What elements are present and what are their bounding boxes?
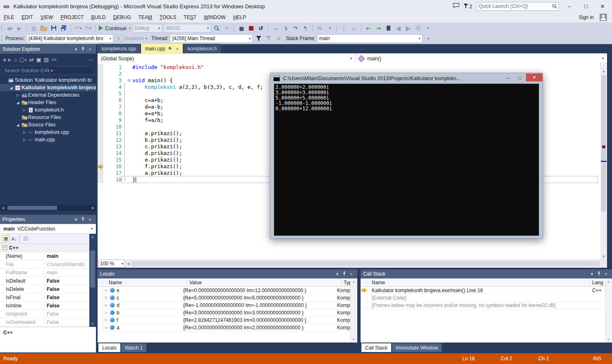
- menu-item-team[interactable]: TEAM: [134, 12, 155, 22]
- pending-changes-filter-icon[interactable]: ◯▾: [19, 57, 26, 62]
- breakpoint-margin[interactable]: [98, 170, 103, 176]
- home-icon[interactable]: ⌂: [14, 57, 17, 63]
- tree-item-solution-kalkulator-kompleksnih-br[interactable]: Solution 'Kalkulator kompleksnih br: [0, 76, 96, 84]
- toggle-bookmark-button[interactable]: [384, 24, 392, 32]
- expand-icon[interactable]: ▷: [103, 296, 109, 300]
- solution-configuration-dropdown[interactable]: Debug▾: [132, 24, 162, 33]
- locals-row-b[interactable]: ▷b{Re=3.0000000000000000 Im=3.0000000000…: [98, 309, 357, 316]
- tree-item-kompleksni-h[interactable]: ▷hkompleksni.h: [0, 106, 96, 114]
- tree-item-resource-files[interactable]: Resource Files: [0, 114, 96, 121]
- forward-icon[interactable]: ▶: [8, 57, 12, 62]
- code-line-5[interactable]: 5: [98, 90, 263, 97]
- window-position-icon[interactable]: ▾: [588, 271, 595, 277]
- property-row-isdelete[interactable]: IsDeleteFalse: [0, 285, 96, 293]
- toolbar-overflow-4[interactable]: ▾: [424, 34, 433, 43]
- locals-title-bar[interactable]: Locals ▾ ×: [98, 269, 357, 278]
- code-line-10[interactable]: 10: [98, 124, 263, 130]
- breakpoint-margin[interactable]: [98, 124, 103, 130]
- menu-item-edit[interactable]: EDIT: [18, 12, 36, 22]
- console-output[interactable]: 2.000000+2.000000i3.000000+3.000000i5.00…: [274, 83, 539, 236]
- code-line-6[interactable]: 6 c=a+b;: [98, 97, 263, 104]
- indent-decrease-button[interactable]: ⇤: [364, 24, 373, 32]
- property-row-isinjected[interactable]: IsInjectedFalse: [0, 310, 96, 318]
- property-row-isfinal[interactable]: IsFinalFalse: [0, 293, 96, 302]
- code-line-4[interactable]: 4 Kompleksni a(2,2), b(3,3), c, d, e, f;: [98, 84, 263, 90]
- member-dropdown[interactable]: main()▾: [356, 54, 607, 63]
- solution-explorer-title-bar[interactable]: Solution Explorer ▾ ×: [0, 45, 96, 54]
- user-avatar-icon[interactable]: [600, 14, 607, 21]
- code-line-15[interactable]: 15 e.prikazi();: [98, 157, 263, 163]
- tree-expander-icon[interactable]: ◢: [15, 101, 21, 105]
- expand-icon[interactable]: ▷: [103, 311, 109, 314]
- tree-item-external-dependencies[interactable]: ▷External Dependencies: [0, 91, 96, 99]
- tree-expander-icon[interactable]: ▷: [15, 93, 21, 97]
- tab-kompleksni-cpp[interactable]: kompleksni.cpp: [98, 44, 140, 53]
- expand-icon[interactable]: ▷: [103, 288, 109, 292]
- breakpoint-margin[interactable]: [98, 157, 103, 163]
- property-row-isinline[interactable]: IsInlineFalse: [0, 302, 96, 310]
- breakpoint-margin[interactable]: [98, 77, 103, 84]
- column-header-name[interactable]: Name: [368, 280, 590, 285]
- breakpoint-margin[interactable]: [98, 130, 103, 137]
- window-position-icon[interactable]: ▾: [334, 271, 341, 277]
- breakpoint-settings-button[interactable]: ▭: [350, 24, 358, 32]
- stack-frame-dropdown[interactable]: main▾: [317, 34, 423, 43]
- locals-row-d[interactable]: ▷d{Re=-1.0000000000000000 Im=-1.00000000…: [98, 302, 357, 309]
- menu-item-build[interactable]: BUILD: [87, 12, 109, 22]
- call-stack-row-2[interactable]: [Frames below may be incorrect and/or mi…: [361, 302, 612, 309]
- stop-debugging-button[interactable]: [247, 24, 255, 32]
- properties-object-dropdown[interactable]: main VCCodeFunction ▾: [0, 224, 96, 234]
- code-analysis-icon[interactable]: %: [316, 24, 324, 32]
- breakpoint-margin[interactable]: [98, 104, 103, 110]
- property-value[interactable]: False: [44, 295, 96, 300]
- code-line-8[interactable]: 8 e=a*b;: [98, 110, 263, 117]
- filter-flagged-icon[interactable]: [264, 34, 273, 43]
- menu-item-test[interactable]: TEST: [180, 12, 200, 22]
- menu-item-tools[interactable]: TOOLS: [156, 12, 180, 22]
- console-close-button[interactable]: ✕: [526, 74, 543, 81]
- properties-scrollbar[interactable]: ▲ ▼: [89, 234, 96, 327]
- breakpoint-margin[interactable]: [98, 90, 103, 97]
- console-title-bar[interactable]: C:\Users\Milan\Documents\Visual Studio 2…: [270, 73, 543, 83]
- save-all-button[interactable]: [60, 24, 68, 32]
- filter-threads-icon[interactable]: [254, 34, 263, 43]
- pin-icon[interactable]: [79, 217, 86, 222]
- property-row-name[interactable]: (Name)main: [0, 252, 96, 260]
- console-minimize-button[interactable]: –: [502, 74, 514, 81]
- property-value[interactable]: False: [44, 278, 96, 284]
- toolbar-overflow[interactable]: ▾: [222, 24, 231, 32]
- restart-button[interactable]: ↺: [257, 24, 265, 32]
- indent-increase-button[interactable]: ⇥: [374, 24, 382, 32]
- clear-bookmarks-button[interactable]: ☒: [414, 24, 422, 32]
- hscroll-left-arrow[interactable]: ◀: [125, 262, 131, 266]
- property-value[interactable]: False: [44, 303, 96, 309]
- code-line-12[interactable]: 12 b.prikazi();: [98, 137, 263, 143]
- step-out-button[interactable]: ↰: [301, 24, 309, 32]
- scope-dropdown[interactable]: (Global Scope)▾: [98, 54, 356, 63]
- solution-explorer-horizontal-scrollbar[interactable]: ◀▶: [0, 205, 96, 211]
- property-value[interactable]: main: [44, 270, 96, 276]
- process-dropdown[interactable]: [4364] Kalkulator kompleksnih bro▾: [26, 34, 113, 43]
- pin-icon[interactable]: [341, 271, 348, 277]
- code-line-11[interactable]: 11 a.prikazi();: [98, 130, 263, 137]
- menu-item-view[interactable]: VIEW: [37, 12, 57, 22]
- code-line-17[interactable]: 17 a.prikazi();: [98, 170, 263, 176]
- back-icon[interactable]: ◀: [2, 57, 6, 62]
- breakpoint-margin[interactable]: [98, 150, 103, 157]
- collapse-all-icon[interactable]: ▣: [36, 57, 41, 63]
- menu-item-window[interactable]: WINDOW: [200, 12, 230, 22]
- previous-bookmark-button[interactable]: ◂▮: [394, 24, 402, 32]
- breakpoint-margin[interactable]: [98, 163, 103, 170]
- scrollbar-thumb[interactable]: [601, 75, 606, 212]
- pin-tab-icon[interactable]: [168, 46, 172, 51]
- breakpoint-margin[interactable]: [98, 143, 103, 150]
- feedback-icon[interactable]: [453, 3, 459, 10]
- save-button[interactable]: [50, 24, 58, 32]
- new-file-button[interactable]: ▤: [30, 24, 38, 32]
- toolbar-overflow-3[interactable]: ▾: [424, 24, 432, 32]
- navigate-back-button[interactable]: ◀▾: [5, 24, 14, 32]
- column-header-value[interactable]: Value: [187, 280, 342, 285]
- tree-expander-icon[interactable]: ▷: [22, 138, 27, 142]
- editor-split-handle[interactable]: ↕: [600, 63, 607, 69]
- locals-row-e[interactable]: ▷e{Re=0.00000000000000000 Im=12.00000000…: [98, 287, 357, 294]
